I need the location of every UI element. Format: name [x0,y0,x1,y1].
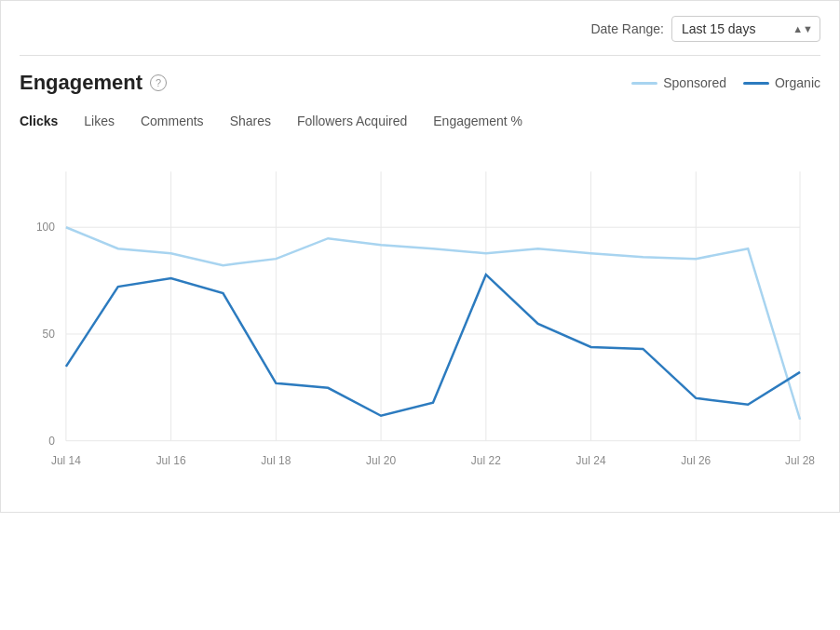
tab-followers-acquired[interactable]: Followers Acquired [284,108,420,134]
sponsored-line [66,227,800,420]
tab-comments[interactable]: Comments [128,108,217,134]
legend-organic-label: Organic [775,75,820,90]
x-label-jul14: Jul 14 [51,454,81,467]
engagement-chart: 100 50 0 Jul 14 Jul 16 Jul 18 Jul 20 Jul… [20,143,820,497]
legend-organic: Organic [743,75,820,90]
y-label-50: 50 [43,328,56,341]
legend-sponsored: Sponsored [631,75,726,90]
x-label-jul24: Jul 24 [576,454,606,467]
chart-area: 100 50 0 Jul 14 Jul 16 Jul 18 Jul 20 Jul… [20,143,820,497]
x-label-jul20: Jul 20 [366,454,396,467]
y-label-0: 0 [48,435,55,448]
tab-shares[interactable]: Shares [217,108,284,134]
x-label-jul22: Jul 22 [471,454,501,467]
date-range-label: Date Range: [590,21,664,36]
legend: Sponsored Organic [631,75,820,90]
tabs: Clicks Likes Comments Shares Followers A… [20,108,820,134]
header-left: Engagement ? [20,71,167,95]
x-label-jul28: Jul 28 [785,454,815,467]
header-row: Engagement ? Sponsored Organic [20,71,820,95]
x-label-jul26: Jul 26 [681,454,711,467]
top-bar: Date Range: Last 7 days Last 15 days Las… [20,16,820,56]
x-label-jul16: Jul 16 [156,454,186,467]
legend-sponsored-label: Sponsored [663,75,726,90]
help-icon[interactable]: ? [150,74,167,91]
legend-organic-line [743,82,769,85]
date-range-wrapper[interactable]: Last 7 days Last 15 days Last 30 days La… [671,16,820,42]
tab-engagement-percent[interactable]: Engagement % [420,108,535,134]
tab-likes[interactable]: Likes [71,108,128,134]
tab-clicks[interactable]: Clicks [20,108,71,134]
x-label-jul18: Jul 18 [261,454,291,467]
engagement-title: Engagement [20,71,142,95]
legend-sponsored-line [631,82,657,85]
organic-line [66,275,800,416]
y-label-100: 100 [36,221,55,234]
date-range-select[interactable]: Last 7 days Last 15 days Last 30 days La… [671,16,820,42]
